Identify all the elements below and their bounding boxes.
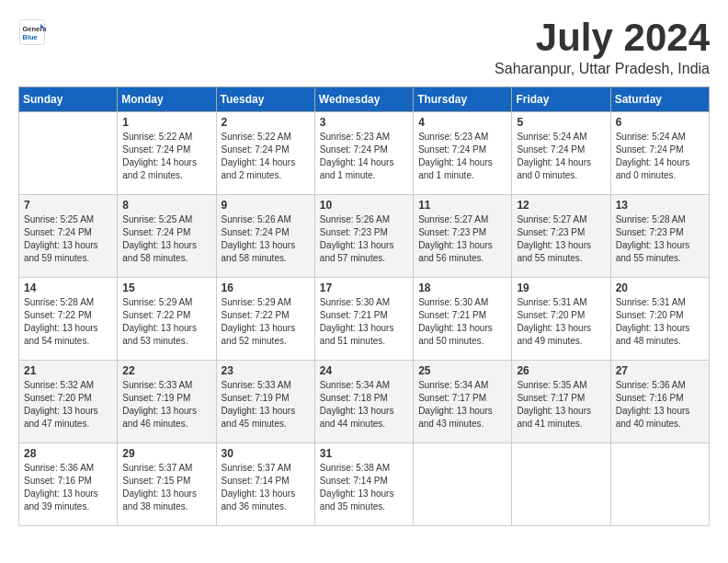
calendar-cell: 21Sunrise: 5:32 AM Sunset: 7:20 PM Dayli… <box>19 361 118 443</box>
calendar-cell: 4Sunrise: 5:23 AM Sunset: 7:24 PM Daylig… <box>414 112 512 195</box>
calendar-week-3: 14Sunrise: 5:28 AM Sunset: 7:22 PM Dayli… <box>19 278 710 361</box>
day-info: Sunrise: 5:34 AM Sunset: 7:18 PM Dayligh… <box>320 379 408 431</box>
calendar-cell: 16Sunrise: 5:29 AM Sunset: 7:22 PM Dayli… <box>216 278 314 361</box>
day-info: Sunrise: 5:27 AM Sunset: 7:23 PM Dayligh… <box>517 213 605 265</box>
day-info: Sunrise: 5:27 AM Sunset: 7:23 PM Dayligh… <box>418 213 506 265</box>
calendar-cell: 2Sunrise: 5:22 AM Sunset: 7:24 PM Daylig… <box>216 112 314 195</box>
page-header: General Blue July 2024 Saharanpur, Uttar… <box>18 18 710 77</box>
calendar-cell: 19Sunrise: 5:31 AM Sunset: 7:20 PM Dayli… <box>512 278 610 361</box>
calendar-cell: 20Sunrise: 5:31 AM Sunset: 7:20 PM Dayli… <box>610 278 709 361</box>
day-number: 29 <box>122 447 210 460</box>
calendar-cell <box>414 443 512 526</box>
calendar-cell <box>19 112 118 195</box>
day-number: 16 <box>222 282 310 294</box>
calendar-week-1: 1Sunrise: 5:22 AM Sunset: 7:24 PM Daylig… <box>19 112 710 195</box>
day-info: Sunrise: 5:22 AM Sunset: 7:24 PM Dayligh… <box>122 131 210 182</box>
day-number: 23 <box>222 364 310 377</box>
location: Saharanpur, Uttar Pradesh, India <box>495 61 710 77</box>
calendar-cell: 28Sunrise: 5:36 AM Sunset: 7:16 PM Dayli… <box>19 443 118 526</box>
calendar-week-2: 7Sunrise: 5:25 AM Sunset: 7:24 PM Daylig… <box>19 195 710 278</box>
svg-text:Blue: Blue <box>23 33 38 41</box>
calendar-cell: 9Sunrise: 5:26 AM Sunset: 7:24 PM Daylig… <box>216 195 314 278</box>
day-info: Sunrise: 5:22 AM Sunset: 7:24 PM Dayligh… <box>222 131 310 182</box>
calendar-cell: 11Sunrise: 5:27 AM Sunset: 7:23 PM Dayli… <box>414 195 512 278</box>
day-info: Sunrise: 5:29 AM Sunset: 7:22 PM Dayligh… <box>222 296 310 348</box>
day-info: Sunrise: 5:26 AM Sunset: 7:23 PM Dayligh… <box>320 213 408 265</box>
calendar-header-row: SundayMondayTuesdayWednesdayThursdayFrid… <box>19 87 710 112</box>
calendar-cell: 22Sunrise: 5:33 AM Sunset: 7:19 PM Dayli… <box>118 361 216 443</box>
day-info: Sunrise: 5:37 AM Sunset: 7:15 PM Dayligh… <box>122 462 210 513</box>
day-number: 15 <box>122 282 210 294</box>
day-number: 20 <box>616 282 704 294</box>
day-number: 18 <box>418 282 506 294</box>
day-info: Sunrise: 5:36 AM Sunset: 7:16 PM Dayligh… <box>24 462 112 513</box>
day-number: 9 <box>222 199 310 212</box>
day-number: 6 <box>616 116 704 129</box>
day-info: Sunrise: 5:32 AM Sunset: 7:20 PM Dayligh… <box>24 379 112 431</box>
calendar-cell: 23Sunrise: 5:33 AM Sunset: 7:19 PM Dayli… <box>216 361 314 443</box>
day-info: Sunrise: 5:33 AM Sunset: 7:19 PM Dayligh… <box>122 379 210 431</box>
calendar-cell: 1Sunrise: 5:22 AM Sunset: 7:24 PM Daylig… <box>118 112 216 195</box>
day-info: Sunrise: 5:29 AM Sunset: 7:22 PM Dayligh… <box>122 296 210 348</box>
day-number: 12 <box>517 199 605 212</box>
day-info: Sunrise: 5:30 AM Sunset: 7:21 PM Dayligh… <box>418 296 506 348</box>
day-info: Sunrise: 5:37 AM Sunset: 7:14 PM Dayligh… <box>222 462 310 513</box>
calendar-cell: 7Sunrise: 5:25 AM Sunset: 7:24 PM Daylig… <box>19 195 118 278</box>
day-number: 17 <box>320 282 408 294</box>
calendar-cell: 29Sunrise: 5:37 AM Sunset: 7:15 PM Dayli… <box>118 443 216 526</box>
column-header-saturday: Saturday <box>610 87 709 112</box>
calendar-cell: 24Sunrise: 5:34 AM Sunset: 7:18 PM Dayli… <box>314 361 413 443</box>
day-number: 1 <box>122 116 210 129</box>
calendar-cell: 5Sunrise: 5:24 AM Sunset: 7:24 PM Daylig… <box>512 112 610 195</box>
day-info: Sunrise: 5:26 AM Sunset: 7:24 PM Dayligh… <box>222 213 310 265</box>
calendar-week-4: 21Sunrise: 5:32 AM Sunset: 7:20 PM Dayli… <box>19 361 710 443</box>
column-header-wednesday: Wednesday <box>314 87 413 112</box>
column-header-sunday: Sunday <box>19 87 118 112</box>
calendar-cell: 18Sunrise: 5:30 AM Sunset: 7:21 PM Dayli… <box>414 278 512 361</box>
day-number: 4 <box>418 116 506 129</box>
day-number: 27 <box>616 364 704 377</box>
column-header-friday: Friday <box>512 87 610 112</box>
day-number: 31 <box>320 447 408 460</box>
day-info: Sunrise: 5:31 AM Sunset: 7:20 PM Dayligh… <box>616 296 704 348</box>
logo-icon: General Blue <box>18 18 46 46</box>
column-header-monday: Monday <box>118 87 216 112</box>
calendar-cell <box>610 443 709 526</box>
day-number: 24 <box>320 364 408 377</box>
day-number: 3 <box>320 116 408 129</box>
calendar-cell: 3Sunrise: 5:23 AM Sunset: 7:24 PM Daylig… <box>314 112 413 195</box>
day-number: 30 <box>222 447 310 460</box>
calendar-cell: 14Sunrise: 5:28 AM Sunset: 7:22 PM Dayli… <box>19 278 118 361</box>
calendar-cell: 15Sunrise: 5:29 AM Sunset: 7:22 PM Dayli… <box>118 278 216 361</box>
calendar-cell: 25Sunrise: 5:34 AM Sunset: 7:17 PM Dayli… <box>414 361 512 443</box>
calendar-cell: 27Sunrise: 5:36 AM Sunset: 7:16 PM Dayli… <box>610 361 709 443</box>
day-number: 8 <box>122 199 210 212</box>
calendar-cell: 17Sunrise: 5:30 AM Sunset: 7:21 PM Dayli… <box>314 278 413 361</box>
title-block: July 2024 Saharanpur, Uttar Pradesh, Ind… <box>495 18 710 77</box>
day-info: Sunrise: 5:25 AM Sunset: 7:24 PM Dayligh… <box>122 213 210 265</box>
column-header-tuesday: Tuesday <box>216 87 314 112</box>
calendar-cell: 8Sunrise: 5:25 AM Sunset: 7:24 PM Daylig… <box>118 195 216 278</box>
day-number: 10 <box>320 199 408 212</box>
day-number: 19 <box>517 282 605 294</box>
calendar-cell: 30Sunrise: 5:37 AM Sunset: 7:14 PM Dayli… <box>216 443 314 526</box>
calendar-cell: 10Sunrise: 5:26 AM Sunset: 7:23 PM Dayli… <box>314 195 413 278</box>
calendar-week-5: 28Sunrise: 5:36 AM Sunset: 7:16 PM Dayli… <box>19 443 710 526</box>
calendar-cell: 12Sunrise: 5:27 AM Sunset: 7:23 PM Dayli… <box>512 195 610 278</box>
day-number: 28 <box>24 447 112 460</box>
day-number: 2 <box>222 116 310 129</box>
day-info: Sunrise: 5:31 AM Sunset: 7:20 PM Dayligh… <box>517 296 605 348</box>
day-number: 11 <box>418 199 506 212</box>
calendar-table: SundayMondayTuesdayWednesdayThursdayFrid… <box>18 86 710 526</box>
day-info: Sunrise: 5:23 AM Sunset: 7:24 PM Dayligh… <box>320 131 408 182</box>
day-number: 14 <box>24 282 112 294</box>
svg-text:General: General <box>23 25 47 33</box>
calendar-cell: 31Sunrise: 5:38 AM Sunset: 7:14 PM Dayli… <box>314 443 413 526</box>
calendar-cell: 13Sunrise: 5:28 AM Sunset: 7:23 PM Dayli… <box>610 195 709 278</box>
day-info: Sunrise: 5:34 AM Sunset: 7:17 PM Dayligh… <box>418 379 506 431</box>
calendar-cell: 6Sunrise: 5:24 AM Sunset: 7:24 PM Daylig… <box>610 112 709 195</box>
calendar-cell <box>512 443 610 526</box>
day-info: Sunrise: 5:30 AM Sunset: 7:21 PM Dayligh… <box>320 296 408 348</box>
day-info: Sunrise: 5:25 AM Sunset: 7:24 PM Dayligh… <box>24 213 112 265</box>
day-info: Sunrise: 5:23 AM Sunset: 7:24 PM Dayligh… <box>418 131 506 182</box>
